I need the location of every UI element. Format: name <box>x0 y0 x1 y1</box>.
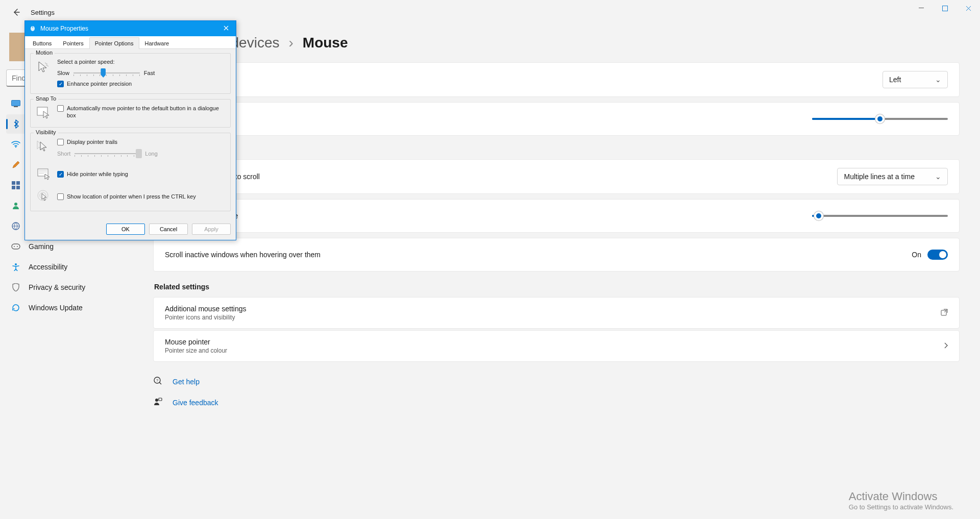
dialog-tabs: Buttons Pointers Pointer Options Hardwar… <box>25 36 236 49</box>
chevron-down-icon: ⌄ <box>935 76 941 84</box>
dialog-titlebar[interactable]: Mouse Properties <box>25 21 236 36</box>
activation-watermark: Activate Windows Go to Settings to activ… <box>849 490 953 511</box>
pointer-trails-checkbox[interactable]: Display pointer trails <box>57 138 225 145</box>
paintbrush-icon <box>11 160 20 169</box>
mouse-pointer-link[interactable]: Mouse pointer Pointer size and colour <box>153 330 960 362</box>
sidebar-item-label: Accessibility <box>29 263 67 271</box>
checkbox-label: Hide pointer while typing <box>67 170 128 178</box>
primary-button-row: Primary mouse button Left ⌄ <box>153 62 960 97</box>
trails-length-slider <box>75 153 141 154</box>
svg-rect-0 <box>919 8 924 8</box>
svg-point-4 <box>15 146 16 147</box>
hide-pointer-typing-checkbox[interactable]: Hide pointer while typing <box>57 170 128 178</box>
svg-rect-2 <box>12 101 20 106</box>
sidebar-item-label: Privacy & security <box>29 283 85 291</box>
sidebar-item-privacy[interactable]: Privacy & security <box>6 278 147 297</box>
ctrl-show-location-checkbox[interactable]: Show location of pointer when I press th… <box>57 193 196 200</box>
ok-button[interactable]: OK <box>106 224 145 235</box>
svg-point-9 <box>14 203 17 206</box>
feedback-icon <box>153 397 162 408</box>
chevron-right-icon <box>944 342 948 350</box>
roll-wheel-row: Roll the mouse wheel to scroll Multiple … <box>153 159 960 194</box>
link-sub: Pointer icons and visibility <box>165 314 247 321</box>
bluetooth-icon <box>11 119 20 129</box>
fast-label: Fast <box>144 70 155 76</box>
breadcrumb: Bluetooth & devices › Mouse <box>153 24 960 62</box>
hover-scroll-label: Scroll inactive windows when hovering ov… <box>165 251 321 259</box>
dropdown-value: Left <box>889 76 901 84</box>
group-legend: Motion <box>34 50 55 56</box>
breadcrumb-current: Mouse <box>303 35 348 51</box>
tab-hardware[interactable]: Hardware <box>139 37 175 48</box>
dialog-close-button[interactable] <box>220 24 232 33</box>
link-title: Mouse pointer <box>165 338 227 346</box>
svg-rect-19 <box>159 398 162 401</box>
svg-rect-1 <box>942 6 947 11</box>
chevron-down-icon: ⌄ <box>935 172 941 181</box>
tab-buttons[interactable]: Buttons <box>27 37 57 48</box>
globe-icon <box>11 221 20 231</box>
hover-scroll-toggle[interactable]: On <box>912 250 948 260</box>
pointer-speed-legacy-slider[interactable] <box>74 72 140 73</box>
arrow-left-icon <box>12 8 20 16</box>
pointer-speed-icon <box>36 59 52 75</box>
mouse-icon <box>29 24 36 33</box>
svg-rect-7 <box>12 186 15 189</box>
checkbox-icon <box>57 105 64 112</box>
get-help-link[interactable]: ? Get help <box>153 376 960 387</box>
motion-group: Motion Select a pointer speed: Slow Fast <box>30 53 231 94</box>
sidebar-item-label: Windows Update <box>29 304 83 312</box>
minimize-button[interactable] <box>910 0 933 16</box>
lines-scroll-slider[interactable] <box>812 215 948 217</box>
apply-button[interactable]: Apply <box>192 224 231 235</box>
system-icon <box>11 99 20 108</box>
breadcrumb-separator: › <box>289 35 293 51</box>
hover-scroll-row: Scroll inactive windows when hovering ov… <box>153 238 960 271</box>
mouse-properties-dialog: Mouse Properties Buttons Pointers Pointe… <box>24 20 236 240</box>
window-controls <box>910 0 980 16</box>
toggle-switch <box>927 250 948 260</box>
gamepad-icon <box>11 242 20 251</box>
group-legend: Snap To <box>34 95 58 102</box>
slow-label: Slow <box>57 70 69 76</box>
cancel-button[interactable]: Cancel <box>149 224 188 235</box>
tab-pointers[interactable]: Pointers <box>57 37 89 48</box>
svg-rect-21 <box>33 26 33 28</box>
checkbox-icon <box>57 81 64 87</box>
related-heading: Related settings <box>154 283 960 291</box>
external-link-icon <box>941 309 948 317</box>
give-feedback-link[interactable]: Give feedback <box>153 397 960 408</box>
svg-rect-5 <box>12 181 15 185</box>
shield-icon <box>11 283 20 292</box>
group-legend: Visibility <box>34 129 58 135</box>
svg-point-12 <box>14 246 15 247</box>
accessibility-icon <box>11 262 20 271</box>
checkbox-icon <box>57 171 64 178</box>
sidebar-item-accessibility[interactable]: Accessibility <box>6 257 147 277</box>
snap-default-checkbox[interactable]: Automatically move pointer to the defaul… <box>57 105 225 119</box>
pointer-speed-slider[interactable] <box>812 118 948 120</box>
enhance-precision-checkbox[interactable]: Enhance pointer precision <box>57 80 225 87</box>
tab-pointer-options[interactable]: Pointer Options <box>89 37 139 49</box>
checkbox-label: Show location of pointer when I press th… <box>67 193 196 200</box>
primary-button-dropdown[interactable]: Left ⌄ <box>883 71 948 88</box>
checkbox-icon <box>57 139 64 145</box>
visibility-group: Visibility Display pointer trails Short <box>30 133 231 211</box>
speed-label: Select a pointer speed: <box>57 59 225 65</box>
additional-mouse-settings-link[interactable]: Additional mouse settings Pointer icons … <box>153 297 960 329</box>
svg-rect-3 <box>14 106 18 107</box>
lines-scroll-row: Lines to scroll at a time <box>153 199 960 233</box>
link-label: Give feedback <box>173 399 218 407</box>
link-title: Additional mouse settings <box>165 305 247 313</box>
sidebar-item-windows-update[interactable]: Windows Update <box>6 298 147 317</box>
maximize-button[interactable] <box>933 0 957 16</box>
close-window-button[interactable] <box>957 0 980 16</box>
watermark-title: Activate Windows <box>849 490 953 503</box>
svg-point-18 <box>155 399 158 402</box>
back-button[interactable] <box>6 2 27 22</box>
svg-point-13 <box>17 246 18 247</box>
sidebar-item-label: Gaming <box>29 242 54 251</box>
hide-typing-icon <box>36 166 52 182</box>
roll-wheel-dropdown[interactable]: Multiple lines at a time ⌄ <box>837 168 948 185</box>
checkbox-icon <box>57 193 64 200</box>
